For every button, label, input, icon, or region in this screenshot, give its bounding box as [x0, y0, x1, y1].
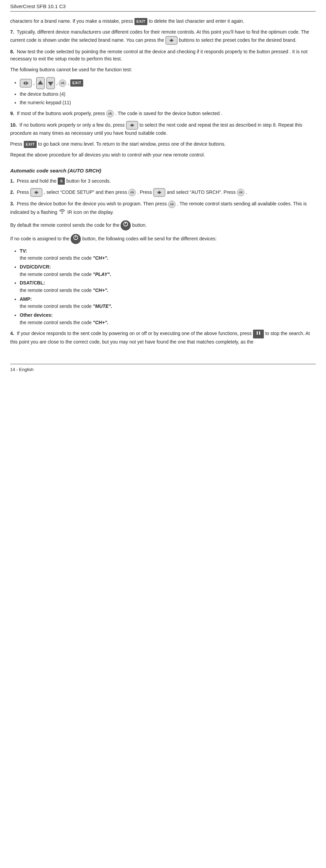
page-content: characters for a brand name. If you make…	[10, 18, 316, 356]
page-wrapper: SilverCrest SFB 10.1 C3 characters for a…	[0, 0, 326, 373]
up-arrow-icon	[36, 77, 45, 89]
list-item-device-buttons: the device buttons (4)	[20, 91, 316, 98]
pause-button-icon	[253, 330, 264, 338]
item-8-sub: The following buttons cannot be used for…	[10, 66, 316, 74]
wifi-ir-icon	[58, 208, 66, 217]
ok-icon-auto2a: ok	[128, 189, 136, 196]
list-item-numeric-keypad: the numeric keypad (11)	[20, 99, 316, 107]
device-dvd: DVD/CD/VCR: the remote control sends the…	[20, 263, 316, 278]
footer-text: 14 - English	[10, 367, 34, 372]
ok-icon-auto3: ok	[168, 201, 176, 208]
document-title: SilverCrest SFB 10.1 C3	[10, 3, 66, 9]
list-item: , , ok , EXIT	[20, 77, 316, 89]
page-header: SilverCrest SFB 10.1 C3	[10, 0, 316, 12]
auto-item-4: 4. If your device responds to the sent c…	[10, 330, 316, 346]
item-9: 9. If most of the buttons work properly,…	[10, 110, 316, 117]
nav-icon-auto2b	[153, 188, 165, 197]
nav-arrows-icon	[165, 36, 178, 45]
ok-icon-auto2b: ok	[237, 189, 244, 196]
default-paragraph: By default the remote control sends the …	[10, 220, 316, 230]
power-button-icon2	[71, 234, 81, 244]
device-other: Other devices: the remote control sends …	[20, 312, 316, 326]
nav-icon-auto2a	[30, 188, 42, 197]
item-10: 10. If no buttons work properly or only …	[10, 121, 316, 137]
ok-icon-item9: ok	[106, 110, 114, 117]
s-button-icon: S	[58, 178, 65, 185]
repeat-paragraph: Repeat the above procedure for all devic…	[10, 151, 316, 159]
nav-icon-item10	[126, 121, 138, 130]
exit-label-icon: EXIT	[70, 79, 83, 87]
ok-button-icon: ok	[59, 79, 66, 87]
nocode-paragraph: If no code is assigned to the button, th…	[10, 234, 316, 244]
auto-item-3: 3. Press the device button for the devic…	[10, 200, 316, 217]
svg-point-19	[61, 213, 63, 214]
auto-item-1: 1. Press and hold the S button for 3 sec…	[10, 178, 316, 185]
exit-button-icon: EXIT	[134, 18, 147, 25]
device-tv: TV: the remote control sends the code "C…	[20, 247, 316, 262]
page-footer: 14 - English	[10, 364, 316, 373]
svg-rect-27	[257, 331, 258, 335]
lr-arrows-icon	[20, 79, 32, 88]
exit-btn-para: EXIT	[24, 141, 37, 148]
svg-rect-3	[20, 79, 32, 87]
device-amp: AMP: the remote control sends the code "…	[20, 296, 316, 310]
power-button-icon	[121, 220, 131, 230]
auto-section-title: Automatic code search (AUTO SRCH)	[10, 167, 316, 174]
exit-paragraph: Press EXIT to go back one menu level. To…	[10, 141, 316, 148]
item-8: 8. Now test the code selected by pointin…	[10, 48, 316, 63]
item-7: 7. Typically, different device manufactu…	[10, 29, 316, 45]
intro-paragraph: characters for a brand name. If you make…	[10, 18, 316, 25]
device-dsat: DSAT/CBL: the remote control sends the c…	[20, 279, 316, 294]
auto-item-2: 2. Press , select “CODE SETUP” and then …	[10, 188, 316, 197]
svg-rect-28	[259, 331, 260, 335]
svg-rect-26	[255, 331, 261, 335]
function-test-list: , , ok , EXIT	[20, 77, 316, 107]
device-code-list: TV: the remote control sends the code "C…	[20, 247, 316, 327]
down-arrow-icon	[46, 77, 55, 89]
